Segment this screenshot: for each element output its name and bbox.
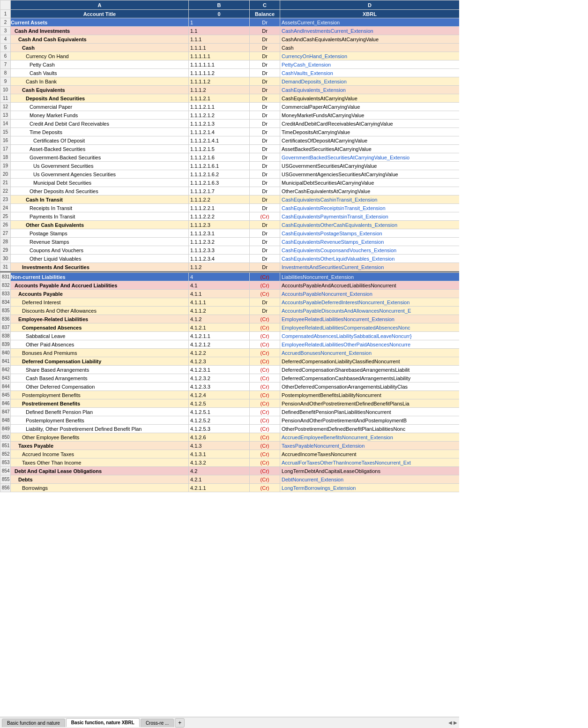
balance-cell: (Cr) [250,290,280,298]
account-title-cell[interactable]: Petty Cash [11,60,189,69]
account-title-cell[interactable]: Cash In Bank [11,77,189,86]
account-title-cell[interactable]: Asset-Backed Securities [11,145,189,153]
account-title-cell[interactable]: Postemployment Benefits [11,416,189,425]
account-title-cell[interactable]: Postretirement Benefits [11,399,189,408]
account-number-cell: 1.1.1.2.1.6.1 [189,162,250,170]
account-title-cell[interactable]: Deposits And Securities [11,94,189,103]
account-title-cell[interactable]: Credit And Debit Card Receivables [11,120,189,128]
account-title-cell[interactable]: Receipts In Transit [11,204,189,212]
account-title-cell[interactable]: Discounts And Other Allowances [11,307,189,315]
table-row: 25Payments In Transit1.1.1.2.2.2(Cr)Cash… [0,212,460,221]
account-title-cell[interactable]: Accounts Payable [11,290,189,298]
row-number: 850 [0,433,11,442]
table-row: 854Debt And Capital Lease Obligations4.2… [0,467,460,475]
row-number: 848 [0,416,11,425]
account-title-cell[interactable]: Cash In Transit [11,195,189,204]
row-number: 29 [0,246,11,255]
account-title-cell[interactable]: Cash Based Arrangements [11,374,189,383]
xbrl-cell: AccrualForTaxesOtherThanIncomeTaxesNoncu… [280,458,460,467]
account-title-cell[interactable]: Cash Equivalents [11,86,189,94]
xbrl-cell: AssetBackedSecuritiesAtCarryingValue [280,145,460,153]
account-title-cell[interactable]: Share Based Arrangements [11,366,189,374]
account-title-cell[interactable]: Other Deposits And Securities [11,187,189,195]
account-title-cell[interactable]: Deferred Compensation Liability [11,357,189,366]
account-title-cell[interactable]: Bonuses And Premiums [11,349,189,357]
balance-cell: (Cr) [250,374,280,383]
account-title-cell[interactable]: Debt And Capital Lease Obligations [11,467,189,475]
row-number: 31 [0,263,11,271]
tab-cross-re[interactable]: Cross-re ... [141,719,174,727]
account-title-cell[interactable]: Certificates Of Deposit [11,136,189,145]
account-title-cell[interactable]: Sabbatical Leave [11,332,189,340]
row-number: 18 [0,153,11,162]
table-row: 842Share Based Arrangements4.1.2.3.1(Cr)… [0,366,460,374]
account-title-cell[interactable]: Cash Vaults [11,69,189,77]
account-title-cell[interactable]: Accounts Payable And Accrued Liabilities [11,281,189,290]
account-title-cell[interactable]: Revenue Stamps [11,238,189,246]
account-title-cell[interactable]: Other Paid Absences [11,340,189,349]
account-number-cell: 4.1.2.3.1 [189,366,250,374]
account-title-cell[interactable]: Cash And Cash Equivalents [11,35,189,44]
col-header-b[interactable]: B [189,0,250,10]
account-title-cell[interactable]: Postage Stamps [11,229,189,238]
account-title-cell[interactable]: Other Employee Benefits [11,433,189,442]
row-number: 28 [0,238,11,246]
account-title-cell[interactable]: Government-Backed Securities [11,153,189,162]
header-cell-c: Balance [250,10,280,18]
xbrl-cell: LongTermBorrowings_Extension [280,484,460,492]
balance-cell: Dr [250,238,280,246]
account-title-cell[interactable]: Debts [11,475,189,484]
row-number: 840 [0,349,11,357]
account-title-cell[interactable]: Defined Benefit Pension Plan [11,408,189,416]
account-title-cell[interactable]: Us Government Agencies Securities [11,170,189,179]
account-title-cell[interactable]: Deferred Interest [11,298,189,307]
xbrl-cell: DemandDeposits_Extension [280,77,460,86]
account-title-cell[interactable]: Other Cash Equivalents [11,221,189,229]
row-number: 853 [0,458,11,467]
tab-basic-function[interactable]: Basic function and nature [2,719,65,727]
account-title-cell[interactable]: Compensated Absences [11,323,189,332]
account-title-cell[interactable]: Non-current Liabilities [11,273,189,281]
account-title-cell[interactable]: Taxes Other Than Income [11,458,189,467]
account-title-cell[interactable]: Coupons And Vouchers [11,246,189,255]
balance-cell: (Cr) [250,416,280,425]
account-title-cell[interactable]: Currency On Hand [11,52,189,60]
account-title-cell[interactable]: Liability, Other Postretirement Defined … [11,425,189,433]
account-title-cell[interactable]: Other Deferred Compensation [11,383,189,391]
account-title-cell[interactable]: Borrowings [11,484,189,492]
table-row: 19Us Government Securities1.1.1.2.1.6.1D… [0,162,460,170]
account-title-cell[interactable]: Accrued Income Taxes [11,450,189,458]
account-title-cell[interactable]: Money Market Funds [11,111,189,120]
xbrl-cell: CashEquivalentsCashinTransit_Extension [280,195,460,204]
account-title-cell[interactable]: Cash [11,44,189,52]
account-number-cell: 4.1.2.4 [189,391,250,399]
col-header-c[interactable]: C [250,0,280,10]
account-number-cell: 1.1.1.1.1.2 [189,69,250,77]
balance-cell: (Cr) [250,408,280,416]
account-number-cell: 1.1.1.1 [189,44,250,52]
account-title-cell[interactable]: Current Assets [11,18,189,27]
account-title-cell[interactable]: Taxes Payable [11,442,189,450]
account-number-cell: 4.1.2 [189,315,250,323]
row-number: 22 [0,187,11,195]
table-row: 848Postemployment Benefits4.1.2.5.2(Cr)P… [0,416,460,425]
account-title-cell[interactable]: Payments In Transit [11,212,189,221]
col-header-d[interactable]: D [280,0,460,10]
account-title-cell[interactable]: Us Government Securities [11,162,189,170]
account-title-cell[interactable]: Employee-Related Liabilities [11,315,189,323]
account-title-cell[interactable]: Other Liquid Valuables [11,255,189,263]
row-number: 14 [0,120,11,128]
account-title-cell[interactable]: Time Deposits [11,128,189,136]
add-sheet-button[interactable]: + [175,718,185,728]
account-title-cell[interactable]: Municipal Debt Securities [11,179,189,187]
balance-cell: (Cr) [250,383,280,391]
col-header-a[interactable]: A [11,0,189,10]
account-title-cell[interactable]: Postemployment Benefits [11,391,189,399]
balance-cell: (Cr) [250,391,280,399]
xbrl-cell: CashEquivalentsOtherCashEquivalents_Exte… [280,221,460,229]
account-title-cell[interactable]: Commercial Paper [11,103,189,111]
tab-basic-function-xbrl[interactable]: Basic function, nature XBRL [66,718,140,727]
account-title-cell[interactable]: Investments And Securities [11,263,189,271]
account-number-cell: 1.1.1.2.3.1 [189,229,250,238]
account-title-cell[interactable]: Cash And Investments [11,27,189,35]
